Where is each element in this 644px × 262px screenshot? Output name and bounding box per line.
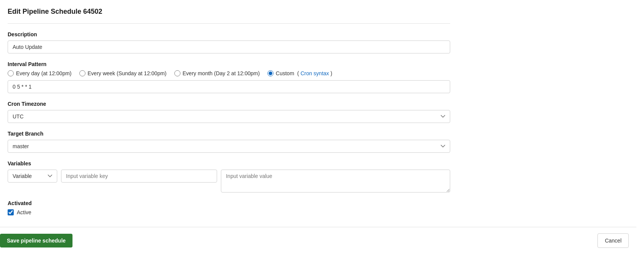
variables-label: Variables <box>8 160 450 167</box>
radio-custom-label: Custom <box>276 70 294 76</box>
radio-every-week-label: Every week (Sunday at 12:00pm) <box>88 70 167 76</box>
footer: Save pipeline schedule Cancel <box>0 227 636 254</box>
description-group: Description <box>8 31 450 53</box>
active-checkbox-label[interactable]: Active <box>17 209 31 215</box>
radio-every-month-label: Every month (Day 2 at 12:00pm) <box>183 70 260 76</box>
cron-timezone-group: Cron Timezone UTC <box>8 101 450 123</box>
cron-close-paren: ) <box>330 70 332 76</box>
cron-syntax-link[interactable]: Cron syntax <box>301 70 329 76</box>
cron-timezone-select[interactable]: UTC <box>8 110 450 123</box>
interval-pattern-radio-group: Every day (at 12:00pm) Every week (Sunda… <box>8 70 450 76</box>
target-branch-label: Target Branch <box>8 131 450 137</box>
top-divider <box>8 23 450 24</box>
radio-custom[interactable]: Custom <box>267 70 294 76</box>
activated-group: Activated Active <box>8 200 450 215</box>
radio-every-month[interactable]: Every month (Day 2 at 12:00pm) <box>174 70 260 76</box>
variables-group: Variables Variable File <box>8 160 450 192</box>
variable-key-input[interactable] <box>61 170 217 183</box>
target-branch-select[interactable]: master <box>8 140 450 153</box>
description-label: Description <box>8 31 450 37</box>
description-input[interactable] <box>8 40 450 53</box>
radio-custom-group: Custom ( Cron syntax ) <box>267 70 332 76</box>
radio-every-week[interactable]: Every week (Sunday at 12:00pm) <box>79 70 167 76</box>
activated-checkbox-group: Active <box>8 209 450 215</box>
cron-value-input[interactable] <box>8 80 450 93</box>
radio-every-day[interactable]: Every day (at 12:00pm) <box>8 70 72 76</box>
save-button[interactable]: Save pipeline schedule <box>0 234 72 247</box>
target-branch-group: Target Branch master <box>8 131 450 153</box>
cron-timezone-label: Cron Timezone <box>8 101 450 107</box>
active-checkbox[interactable] <box>8 209 14 215</box>
variable-value-textarea[interactable] <box>221 170 450 192</box>
radio-every-day-label: Every day (at 12:00pm) <box>16 70 72 76</box>
activated-label: Activated <box>8 200 450 206</box>
radio-every-week-input[interactable] <box>79 70 85 76</box>
variable-type-select[interactable]: Variable File <box>8 170 57 183</box>
page-title: Edit Pipeline Schedule 64502 <box>8 8 450 16</box>
interval-pattern-label: Interval Pattern <box>8 61 450 67</box>
radio-every-month-input[interactable] <box>174 70 180 76</box>
variables-row: Variable File <box>8 170 450 192</box>
cron-open-paren: ( <box>296 70 299 76</box>
radio-custom-input[interactable] <box>267 70 274 76</box>
interval-pattern-group: Interval Pattern Every day (at 12:00pm) … <box>8 61 450 93</box>
radio-every-day-input[interactable] <box>8 70 14 76</box>
cancel-button[interactable]: Cancel <box>597 233 629 248</box>
